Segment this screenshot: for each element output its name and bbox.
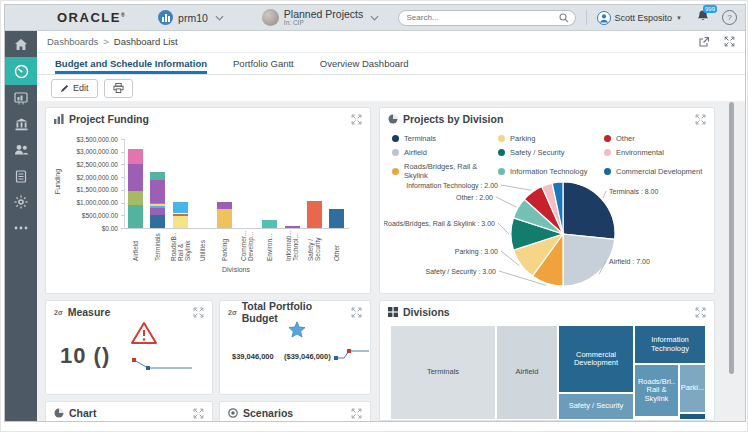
division-pie-chart: Terminals : 8.00Airfield : 7.00Safety / … (384, 178, 714, 293)
sidebar-item-gear[interactable] (5, 189, 37, 215)
share-icon[interactable] (698, 36, 710, 48)
treemap-cell[interactable]: Commercial Development (558, 325, 634, 393)
oracle-logo: ORACLE® (57, 10, 126, 25)
expand-icon[interactable] (351, 408, 362, 419)
help-button[interactable]: ? (722, 10, 737, 25)
bar-segment[interactable] (128, 149, 143, 164)
treemap-cell[interactable]: Parki... (679, 364, 706, 413)
sidebar-item-more[interactable] (5, 215, 37, 241)
pie-slice[interactable] (563, 182, 615, 239)
app-switcher-label: prm10 (178, 12, 208, 24)
tab-overview-dashboard[interactable]: Overview Dashboard (320, 58, 409, 74)
chevron-down-icon (215, 15, 224, 21)
bar-segment[interactable] (173, 214, 188, 216)
global-search[interactable] (398, 10, 576, 26)
project-context: In: CIP (284, 20, 363, 27)
tab-portfolio-gantt[interactable]: Portfolio Gantt (233, 58, 294, 74)
bar-segment[interactable] (285, 226, 300, 228)
app-window: ORACLE® prm10 Planned Projects In: CIP S… (4, 4, 746, 422)
x-tick-label: Utilities (199, 240, 206, 261)
legend-label: Other (616, 134, 635, 143)
edit-label: Edit (73, 83, 89, 93)
treemap-cell[interactable]: Roads/Bri.. Rail & Skylink (634, 364, 679, 417)
bar-segment[interactable] (150, 180, 165, 203)
y-tick-label: $0.00 (48, 225, 118, 232)
bar-segment[interactable] (150, 206, 165, 208)
pie-label: Airfield : 7.00 (609, 258, 650, 265)
notifications-button[interactable]: 999 (696, 9, 710, 27)
bar-segment[interactable] (150, 215, 165, 228)
sidebar-item-projects[interactable] (5, 85, 37, 111)
breadcrumb-item-dashboard-list[interactable]: Dashboard List (114, 36, 178, 47)
breadcrumb-item-dashboards[interactable]: Dashboards (47, 36, 98, 47)
expand-icon[interactable] (193, 408, 204, 419)
more-icon (14, 226, 28, 230)
bar-segment[interactable] (173, 202, 188, 214)
treemap-cell[interactable]: Information Technology (634, 325, 706, 364)
project-switcher[interactable]: Planned Projects In: CIP (262, 9, 379, 27)
bar-segment[interactable] (128, 205, 143, 228)
bar-segment[interactable] (173, 216, 188, 228)
top-bar: ORACLE® prm10 Planned Projects In: CIP S… (5, 5, 745, 31)
sigma-icon: 2σ (54, 309, 63, 316)
y-tick-label: $500,000.00 (48, 212, 118, 219)
document-icon (15, 170, 27, 183)
sidebar-item-dashboard-gauge[interactable] (5, 57, 37, 85)
panel-title: Measure (68, 306, 111, 318)
bar-segment[interactable] (307, 201, 322, 229)
y-tick-label: $1,000,000.00 (48, 199, 118, 206)
panel-title: Chart (69, 407, 96, 419)
bar-segment[interactable] (217, 202, 232, 209)
treemap-cell[interactable]: Terminals (390, 325, 496, 420)
bar-segment[interactable] (262, 220, 277, 228)
legend-label: Parking (510, 134, 535, 143)
bar-segment[interactable] (150, 204, 165, 206)
x-axis-title: Divisions (124, 266, 348, 273)
sidebar-item-bank[interactable] (5, 111, 37, 137)
bar-segment[interactable] (150, 172, 165, 180)
bar-segment[interactable] (150, 208, 165, 216)
pie-slice[interactable] (563, 234, 615, 286)
bar-segment[interactable] (150, 203, 165, 205)
edit-button[interactable]: Edit (51, 79, 98, 98)
legend-item: Safety / Security (498, 148, 604, 157)
expand-icon[interactable] (695, 114, 706, 125)
vertical-scrollbar[interactable] (729, 102, 734, 374)
print-button[interactable] (104, 79, 133, 98)
legend-dot (498, 135, 505, 142)
pie-label: Parking : 3.00 (455, 248, 498, 256)
panel-chart: Chart (45, 401, 213, 421)
expand-icon[interactable] (351, 307, 362, 318)
search-input[interactable] (405, 12, 559, 23)
sidebar-item-home[interactable] (5, 31, 37, 57)
legend-label: Airfield (404, 148, 427, 157)
expand-icon[interactable] (695, 307, 706, 318)
treemap-cell[interactable]: Safety / Security (558, 393, 634, 420)
budget-sparkline (332, 346, 372, 362)
user-menu[interactable]: Scott Esposito ▼ (597, 11, 682, 25)
breadcrumb: Dashboards > Dashboard List (37, 31, 745, 53)
app-icon (158, 10, 173, 25)
project-avatar (262, 9, 279, 26)
pie-label: Other : 2.00 (456, 194, 493, 201)
treemap-cell[interactable]: Airfield (496, 325, 558, 420)
bar-segment[interactable] (329, 209, 344, 228)
fullscreen-icon[interactable] (724, 36, 735, 47)
people-icon (14, 144, 29, 156)
treemap-cell[interactable] (679, 413, 706, 420)
tab-budget-and-schedule[interactable]: Budget and Schedule Information (55, 58, 207, 74)
bar-segment[interactable] (217, 209, 232, 228)
legend-dot (604, 168, 611, 175)
sidebar-item-people[interactable] (5, 137, 37, 163)
legend-dot (604, 135, 611, 142)
bar-segment[interactable] (128, 164, 143, 191)
sidebar-item-document[interactable] (5, 163, 37, 189)
panel-title: Divisions (403, 306, 450, 318)
expand-icon[interactable] (193, 307, 204, 318)
app-switcher[interactable]: prm10 (158, 10, 224, 25)
budget-value: $39,046,000 (232, 352, 274, 361)
measure-value: 10 () (60, 343, 110, 369)
bar-segment[interactable] (128, 191, 143, 205)
legend-label: Information Technology (510, 167, 587, 176)
caret-down-icon: ▼ (676, 15, 682, 21)
